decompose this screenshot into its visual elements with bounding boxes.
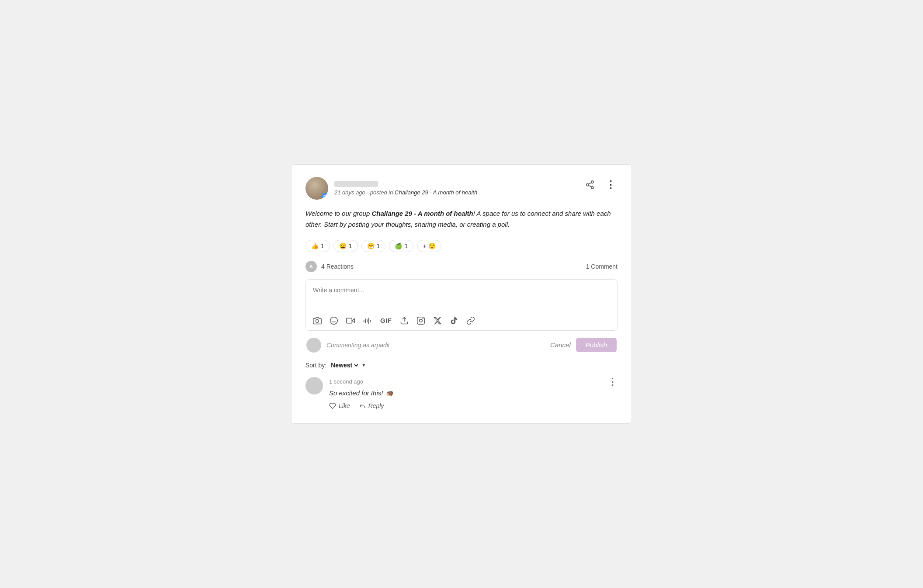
comment-more-options[interactable]: ⋮ — [608, 377, 618, 387]
comment-header: 1 second ago ⋮ — [329, 377, 618, 387]
post-header: 🛡 21 days ago · posted in Challange 29 -… — [305, 177, 618, 200]
reaction-apple[interactable]: 🍏 1 — [389, 240, 413, 252]
post-body: Welcome to our group Challange 29 - A mo… — [305, 208, 618, 230]
add-reaction-button[interactable]: + 🙂 — [417, 240, 441, 252]
body-bold: Challange 29 - A month of health — [371, 210, 473, 217]
comment-buttons: Cancel Publish — [550, 338, 617, 352]
heart-icon — [329, 402, 336, 409]
sort-label: Sort by: — [305, 362, 326, 369]
link-icon[interactable] — [466, 316, 475, 325]
share-icon — [585, 180, 595, 190]
sort-select[interactable]: Newest Oldest — [329, 361, 360, 369]
more-options-button[interactable]: ⋮ — [604, 177, 618, 193]
body-prefix: Welcome to our group — [305, 210, 371, 217]
reply-button[interactable]: Reply — [359, 402, 384, 409]
tiktok-icon[interactable] — [450, 316, 458, 325]
avatar: 🛡 — [305, 177, 328, 200]
instagram-icon[interactable] — [416, 316, 425, 325]
reactions-summary: A 4 Reactions 1 Comment — [305, 261, 618, 272]
emoji-icon[interactable] — [330, 316, 338, 325]
gif-icon[interactable]: GIF — [380, 317, 392, 324]
comment-content: 1 second ago ⋮ So excited for this! 🦔 Li… — [329, 377, 618, 410]
svg-rect-17 — [417, 317, 424, 324]
svg-point-0 — [591, 181, 594, 183]
comment-time: 1 second ago — [329, 378, 363, 385]
smiley-icon: 🙂 — [428, 242, 436, 249]
post-time: 21 days ago · posted in Challange 29 - A… — [334, 189, 477, 196]
svg-rect-10 — [347, 318, 352, 323]
commenter-avatar — [305, 377, 323, 394]
author-avatar — [306, 338, 321, 353]
reaction-thumbsup[interactable]: 👍 1 — [305, 240, 330, 252]
svg-point-5 — [316, 319, 319, 322]
reply-icon — [359, 402, 366, 409]
commenting-as-label: Commenting as arpadit — [326, 342, 390, 349]
reaction-laugh[interactable]: 😁 1 — [361, 240, 386, 252]
svg-point-18 — [419, 319, 422, 322]
reactions-avatar: A — [305, 261, 317, 272]
post-meta: 21 days ago · posted in Challange 29 - A… — [334, 181, 477, 196]
comment-text: So excited for this! 🦔 — [329, 388, 618, 398]
video-icon[interactable] — [346, 316, 355, 325]
share-button[interactable] — [583, 178, 597, 191]
reactions-count: 4 Reactions — [321, 263, 354, 270]
chevron-down-icon: ▾ — [362, 362, 365, 368]
publish-button[interactable]: Publish — [576, 338, 617, 352]
shield-icon: 🛡 — [321, 193, 328, 200]
reactions-row: 👍 1 😀 1 😁 1 🍏 1 + 🙂 — [305, 240, 618, 252]
camera-icon[interactable] — [313, 316, 322, 325]
sort-row: Sort by: Newest Oldest ▾ — [305, 361, 618, 369]
svg-point-2 — [591, 187, 594, 189]
twitter-icon[interactable] — [433, 316, 442, 325]
reactions-summary-left: A 4 Reactions — [305, 261, 354, 272]
svg-point-1 — [586, 183, 589, 186]
post-actions: ⋮ — [583, 177, 618, 193]
comment-item: 1 second ago ⋮ So excited for this! 🦔 Li… — [305, 377, 618, 410]
soundcloud-icon[interactable] — [363, 316, 372, 325]
comments-count: 1 Comment — [586, 263, 618, 270]
svg-point-19 — [423, 318, 423, 319]
reaction-grin[interactable]: 😀 1 — [333, 240, 358, 252]
comment-author-left: Commenting as arpadit — [306, 338, 390, 353]
posted-in-prefix: · posted in — [367, 189, 393, 196]
comment-input-box: GIF — [305, 279, 618, 331]
cancel-button[interactable]: Cancel — [550, 341, 571, 349]
svg-line-3 — [589, 185, 591, 187]
upload-icon[interactable] — [400, 316, 409, 325]
comment-actions: Like Reply — [329, 402, 618, 409]
comment-toolbar: GIF — [306, 312, 617, 330]
comment-textarea[interactable] — [306, 280, 617, 310]
post-username — [334, 181, 378, 187]
group-link[interactable]: Challange 29 - A month of health — [395, 189, 477, 196]
time-ago: 21 days ago — [334, 189, 365, 196]
svg-marker-9 — [352, 318, 354, 322]
post-card: 🛡 21 days ago · posted in Challange 29 -… — [291, 164, 632, 424]
comment-author-row: Commenting as arpadit Cancel Publish — [305, 338, 618, 353]
like-button[interactable]: Like — [329, 402, 350, 409]
svg-point-6 — [330, 317, 338, 324]
svg-line-4 — [589, 183, 591, 184]
post-header-left: 🛡 21 days ago · posted in Challange 29 -… — [305, 177, 477, 200]
